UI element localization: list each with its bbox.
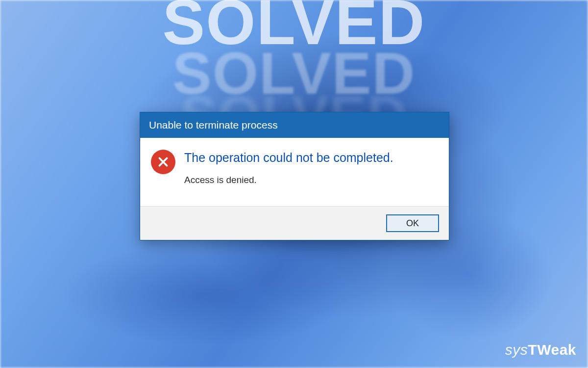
error-icon: [151, 150, 175, 174]
dialog-message-area: The operation could not be completed. Ac…: [184, 150, 438, 185]
dialog-footer: OK: [140, 206, 449, 240]
error-dialog: Unable to terminate process The operatio…: [140, 112, 449, 240]
dialog-title: Unable to terminate process: [149, 119, 278, 131]
ok-button[interactable]: OK: [386, 214, 439, 232]
watermark-part1: sys: [505, 342, 528, 358]
dialog-body: The operation could not be completed. Ac…: [140, 138, 449, 206]
systweak-watermark: sysTWeak: [505, 342, 576, 358]
dialog-titlebar[interactable]: Unable to terminate process: [140, 112, 449, 138]
solved-text-front: SOLVED: [163, 0, 426, 59]
dialog-secondary-message: Access is denied.: [184, 175, 438, 185]
dialog-primary-message: The operation could not be completed.: [184, 151, 438, 165]
watermark-part2: TWeak: [528, 342, 576, 358]
